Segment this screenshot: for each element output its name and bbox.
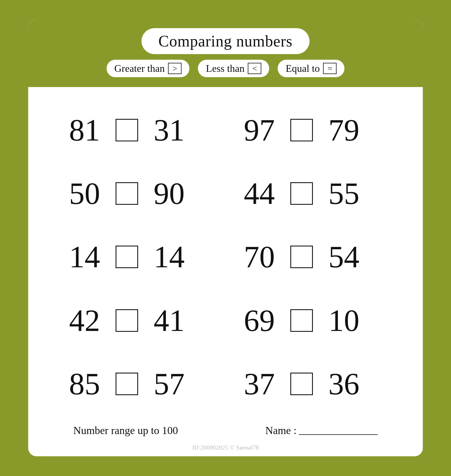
name-line[interactable] (299, 432, 378, 435)
legend-row: Greater than > Less than < Equal to = (107, 60, 345, 77)
watermark: ID 200902025 © Saenal78 (192, 444, 259, 451)
number-right: 54 (321, 241, 366, 272)
footer-name-area: Name : (265, 424, 378, 437)
answer-box[interactable] (290, 309, 313, 332)
answer-box[interactable] (290, 119, 313, 141)
problem-row: 81 31 (51, 98, 226, 162)
legend-equal-label: Equal to (286, 63, 320, 74)
number-left: 81 (62, 115, 107, 146)
number-left: 50 (62, 178, 107, 209)
number-right: 90 (147, 178, 192, 209)
problem-row: 85 57 (51, 352, 226, 416)
number-left: 97 (237, 115, 282, 146)
greater-than-icon: > (168, 63, 182, 74)
number-left: 85 (62, 368, 107, 399)
number-right: 57 (147, 368, 192, 399)
number-right: 10 (321, 305, 366, 336)
footer-range-text: Number range up to 100 (73, 424, 178, 437)
worksheet: Comparing numbers Greater than > Less th… (28, 20, 423, 456)
answer-box[interactable] (290, 373, 313, 395)
number-right: 31 (147, 115, 192, 146)
header: Comparing numbers Greater than > Less th… (28, 20, 423, 87)
footer: Number range up to 100 Name : (51, 416, 400, 448)
title: Comparing numbers (142, 28, 309, 54)
number-left: 14 (62, 241, 107, 272)
number-left: 69 (237, 305, 282, 336)
answer-box[interactable] (116, 373, 138, 395)
content: 81 31 97 79 50 90 44 55 (28, 87, 423, 456)
number-right: 55 (321, 178, 366, 209)
legend-item-greater: Greater than > (107, 60, 190, 77)
number-left: 70 (237, 241, 282, 272)
problem-row: 14 14 (51, 225, 226, 289)
number-left: 42 (62, 305, 107, 336)
answer-box[interactable] (116, 182, 138, 205)
problem-row: 70 54 (226, 225, 400, 289)
answer-box[interactable] (290, 182, 313, 205)
problem-row: 69 10 (226, 289, 400, 352)
problems-grid: 81 31 97 79 50 90 44 55 (51, 98, 400, 416)
problem-row: 97 79 (226, 98, 400, 162)
legend-item-equal: Equal to = (278, 60, 344, 77)
legend-greater-label: Greater than (114, 63, 165, 74)
legend-less-label: Less than (206, 63, 244, 74)
number-right: 79 (321, 115, 366, 146)
number-right: 41 (147, 305, 192, 336)
less-than-icon: < (248, 63, 261, 74)
answer-box[interactable] (116, 119, 138, 141)
answer-box[interactable] (290, 246, 313, 268)
number-left: 44 (237, 178, 282, 209)
legend-item-less: Less than < (198, 60, 269, 77)
answer-box[interactable] (116, 246, 138, 268)
problem-row: 50 90 (51, 162, 226, 225)
problem-row: 37 36 (226, 352, 400, 416)
number-left: 37 (237, 368, 282, 399)
answer-box[interactable] (116, 309, 138, 332)
equal-to-icon: = (323, 63, 337, 74)
problem-row: 44 55 (226, 162, 400, 225)
number-right: 14 (147, 241, 192, 272)
problem-row: 42 41 (51, 289, 226, 352)
name-label: Name : (265, 424, 297, 437)
number-right: 36 (321, 368, 366, 399)
